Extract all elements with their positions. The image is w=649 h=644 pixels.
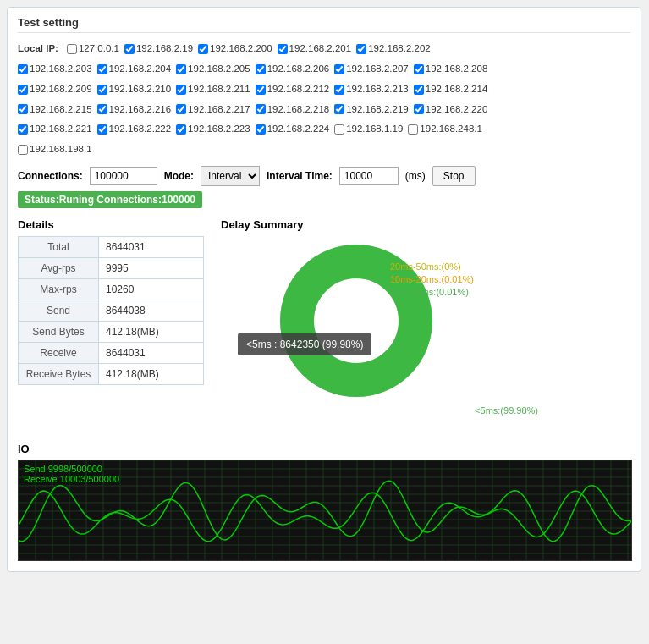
ip-checkbox-13[interactable] <box>176 85 186 95</box>
ip-checkbox-6[interactable] <box>97 64 107 74</box>
ip-item-26[interactable]: 192.168.2.224 <box>256 120 330 139</box>
mode-select[interactable]: Interval <box>201 166 260 186</box>
ip-item-1[interactable]: 192.168.2.19 <box>124 40 193 58</box>
local-ip-label: Local IP: <box>18 40 58 58</box>
ip-item-25[interactable]: 192.168.2.223 <box>176 120 250 139</box>
io-canvas: Send 9998/500000 Receive 10003/500000 <box>18 460 632 561</box>
ip-item-28[interactable]: 192.168.248.1 <box>408 120 482 139</box>
ip-checkbox-5[interactable] <box>18 64 28 74</box>
delay-title: Delay Summary <box>221 218 630 231</box>
ip-item-17[interactable]: 192.168.2.215 <box>18 101 92 119</box>
ip-row-2: 192.168.2.203 192.168.2.204 192.168.2.20… <box>18 60 630 79</box>
ip-label-3: 192.168.2.201 <box>289 40 352 58</box>
ip-checkbox-9[interactable] <box>334 64 344 74</box>
io-title: IO <box>18 443 630 455</box>
ip-checkbox-23[interactable] <box>18 124 28 135</box>
table-row: Send8644038 <box>19 300 204 322</box>
ip-label-4: 192.168.2.202 <box>368 40 431 58</box>
delay-section: Delay Summary 20ms-50ms:(0%) <box>221 218 630 431</box>
ip-checkbox-25[interactable] <box>176 124 186 135</box>
label-20ms-50ms: 20ms-50ms:(0%) <box>390 261 474 272</box>
controls-row: Connections: 100000 Mode: Interval Inter… <box>18 166 630 186</box>
ip-checkbox-11[interactable] <box>18 85 28 95</box>
ip-checkbox-20[interactable] <box>256 104 266 114</box>
connections-input[interactable]: 100000 <box>90 167 157 185</box>
ip-label-28: 192.168.248.1 <box>420 120 482 139</box>
ip-checkbox-7[interactable] <box>176 64 186 74</box>
ip-item-7[interactable]: 192.168.2.205 <box>176 60 250 79</box>
ip-checkbox-22[interactable] <box>414 104 424 114</box>
ip-item-2[interactable]: 192.168.2.200 <box>198 40 272 58</box>
ip-checkbox-14[interactable] <box>256 85 266 95</box>
ip-checkbox-24[interactable] <box>97 124 107 135</box>
ip-item-27[interactable]: 192.168.1.19 <box>334 120 403 139</box>
ip-item-9[interactable]: 192.168.2.207 <box>334 60 409 79</box>
ip-checkbox-1[interactable] <box>124 44 135 54</box>
chart-bottom-label: <5ms:(99.98%) <box>475 405 538 416</box>
ip-label-9: 192.168.2.207 <box>346 60 409 79</box>
ip-checkbox-21[interactable] <box>334 104 344 114</box>
table-row: Max-rps10260 <box>19 279 204 300</box>
ip-checkbox-15[interactable] <box>334 85 344 95</box>
ip-row-1: Local IP: 127.0.0.1 192.168.2.19 192.168… <box>18 40 630 58</box>
ip-item-6[interactable]: 192.168.2.204 <box>97 60 172 79</box>
ip-checkbox-12[interactable] <box>97 85 107 95</box>
ip-item-21[interactable]: 192.168.2.219 <box>334 101 409 119</box>
content-row: Details Total8644031Avg-rps9995Max-rps10… <box>18 218 630 431</box>
detail-label: Avg-rps <box>19 258 99 279</box>
ip-checkbox-0[interactable] <box>67 44 77 54</box>
ip-checkbox-26[interactable] <box>256 124 266 135</box>
ip-checkbox-29[interactable] <box>18 145 28 155</box>
ip-item-22[interactable]: 192.168.2.220 <box>414 101 488 119</box>
ip-item-5[interactable]: 192.168.2.203 <box>18 60 92 79</box>
ip-item-10[interactable]: 192.168.2.208 <box>414 60 488 79</box>
ip-item-14[interactable]: 192.168.2.212 <box>256 80 330 99</box>
ip-checkbox-28[interactable] <box>408 124 418 135</box>
ip-item-24[interactable]: 192.168.2.222 <box>97 120 172 139</box>
label-10ms-20ms: 10ms-20ms:(0.01%) <box>390 274 474 284</box>
ip-item-20[interactable]: 192.168.2.218 <box>256 101 330 119</box>
ip-item-29[interactable]: 192.168.198.1 <box>18 140 92 159</box>
ip-checkbox-18[interactable] <box>97 104 107 114</box>
ip-checkbox-19[interactable] <box>176 104 186 114</box>
ip-section: Local IP: 127.0.0.1 192.168.2.19 192.168… <box>18 40 630 159</box>
ip-checkbox-16[interactable] <box>414 85 424 95</box>
detail-value: 8644031 <box>99 343 204 364</box>
table-row: Total8644031 <box>19 237 204 258</box>
ip-item-0[interactable]: 127.0.0.1 <box>67 40 119 58</box>
ip-checkbox-10[interactable] <box>414 64 424 74</box>
stop-button[interactable]: Stop <box>432 166 476 186</box>
ip-label-14: 192.168.2.212 <box>267 80 330 99</box>
ip-checkbox-27[interactable] <box>334 124 344 135</box>
ip-item-19[interactable]: 192.168.2.217 <box>176 101 250 119</box>
ip-label-11: 192.168.2.209 <box>30 80 92 99</box>
table-row: Receive8644031 <box>19 343 204 364</box>
ip-label-23: 192.168.2.221 <box>30 120 92 139</box>
table-row: Send Bytes412.18(MB) <box>19 322 204 343</box>
ip-item-18[interactable]: 192.168.2.216 <box>97 101 172 119</box>
io-send-label: Send 9998/500000 <box>24 464 119 474</box>
ip-item-12[interactable]: 192.168.2.210 <box>97 80 172 99</box>
ip-checkbox-4[interactable] <box>356 44 366 54</box>
ip-checkbox-17[interactable] <box>18 104 28 114</box>
ip-item-15[interactable]: 192.168.2.213 <box>334 80 409 99</box>
ip-item-4[interactable]: 192.168.2.202 <box>356 40 431 58</box>
ip-item-11[interactable]: 192.168.2.209 <box>18 80 92 99</box>
ip-checkbox-3[interactable] <box>278 44 288 54</box>
ip-label-6: 192.168.2.204 <box>109 60 172 79</box>
panel-title: Test setting <box>18 16 630 33</box>
detail-label: Send Bytes <box>19 322 99 343</box>
ip-checkbox-8[interactable] <box>256 64 266 74</box>
ip-item-13[interactable]: 192.168.2.211 <box>176 80 250 99</box>
io-labels: Send 9998/500000 Receive 10003/500000 <box>24 464 119 484</box>
ip-item-16[interactable]: 192.168.2.214 <box>414 80 488 99</box>
details-table: Total8644031Avg-rps9995Max-rps10260Send8… <box>18 236 204 385</box>
ip-item-8[interactable]: 192.168.2.206 <box>256 60 330 79</box>
detail-value: 8644038 <box>99 300 204 322</box>
ip-label-12: 192.168.2.210 <box>109 80 172 99</box>
ip-label-17: 192.168.2.215 <box>30 101 92 119</box>
interval-time-input[interactable]: 10000 <box>339 167 399 185</box>
ip-item-23[interactable]: 192.168.2.221 <box>18 120 92 139</box>
ip-item-3[interactable]: 192.168.2.201 <box>278 40 352 58</box>
ip-checkbox-2[interactable] <box>198 44 208 54</box>
